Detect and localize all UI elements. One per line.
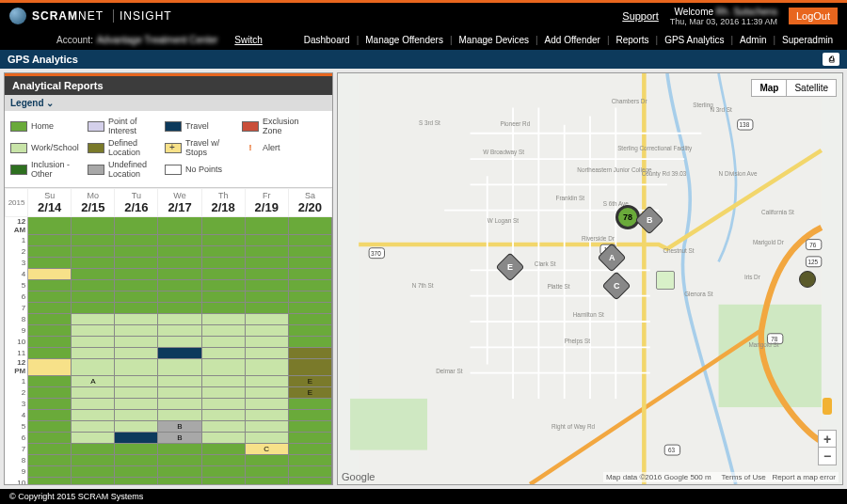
calendar-cell[interactable]	[115, 324, 158, 336]
nav-manage-devices[interactable]: Manage Devices	[455, 35, 534, 45]
nav-reports[interactable]: Reports	[612, 35, 654, 45]
calendar-cell[interactable]	[28, 279, 72, 291]
calendar-cell[interactable]	[28, 398, 72, 409]
calendar-cell[interactable]	[72, 291, 115, 302]
calendar-cell[interactable]	[72, 313, 115, 324]
calendar-cell[interactable]	[245, 279, 288, 291]
calendar-cell[interactable]	[28, 477, 72, 484]
calendar-cell[interactable]	[158, 454, 201, 465]
calendar-cell[interactable]	[72, 386, 115, 398]
calendar-cell[interactable]	[201, 420, 245, 432]
zoom-in-button[interactable]: +	[819, 431, 836, 448]
calendar-cell[interactable]	[28, 234, 72, 245]
calendar-cell[interactable]	[288, 358, 331, 375]
calendar-cell[interactable]	[201, 291, 245, 302]
calendar-cell[interactable]	[158, 279, 201, 291]
calendar-cell[interactable]	[158, 313, 201, 324]
calendar-cell[interactable]	[245, 465, 288, 477]
calendar-cell[interactable]	[72, 268, 115, 279]
calendar-cell[interactable]	[201, 398, 245, 409]
calendar-cell[interactable]: B	[158, 432, 201, 443]
calendar-cell[interactable]	[245, 336, 288, 347]
calendar-cell[interactable]	[115, 245, 158, 257]
calendar-cell[interactable]	[245, 291, 288, 302]
calendar-cell[interactable]	[158, 409, 201, 420]
calendar-cell[interactable]	[288, 234, 331, 245]
nav-superadmin[interactable]: Superadmin	[777, 35, 838, 45]
calendar-cell[interactable]	[115, 443, 158, 454]
calendar-cell[interactable]	[158, 336, 201, 347]
calendar-cell[interactable]	[245, 420, 288, 432]
calendar-cell[interactable]	[288, 257, 331, 268]
calendar-cell[interactable]	[115, 279, 158, 291]
calendar-cell[interactable]	[115, 409, 158, 420]
calendar-cell[interactable]	[72, 347, 115, 358]
calendar-cell[interactable]: C	[245, 443, 288, 454]
calendar-cell[interactable]	[158, 217, 201, 235]
calendar-cell[interactable]	[245, 302, 288, 313]
calendar-cell[interactable]	[201, 386, 245, 398]
calendar-cell[interactable]	[115, 313, 158, 324]
calendar-cell[interactable]	[245, 454, 288, 465]
calendar-cell[interactable]	[288, 291, 331, 302]
calendar-cell[interactable]	[115, 217, 158, 235]
calendar-cell[interactable]	[72, 477, 115, 484]
calendar-cell[interactable]	[245, 234, 288, 245]
nav-dashboard[interactable]: Dashboard	[299, 35, 355, 45]
calendar-cell[interactable]	[288, 398, 331, 409]
calendar-cell[interactable]	[288, 336, 331, 347]
calendar-cell[interactable]	[288, 347, 331, 358]
calendar-cell[interactable]	[245, 375, 288, 386]
calendar-cell[interactable]	[201, 409, 245, 420]
calendar-cell[interactable]	[245, 398, 288, 409]
calendar-cell[interactable]	[28, 324, 72, 336]
calendar-cell[interactable]	[201, 347, 245, 358]
legend-toggle[interactable]: Legend ⌄	[5, 95, 332, 111]
calendar-cell[interactable]	[288, 432, 331, 443]
calendar-cell[interactable]	[115, 454, 158, 465]
calendar-cell[interactable]	[245, 257, 288, 268]
print-icon[interactable]: ⎙	[823, 53, 839, 66]
calendar-cell[interactable]	[288, 268, 331, 279]
calendar-cell[interactable]	[72, 358, 115, 375]
calendar-cell[interactable]	[158, 477, 201, 484]
logo[interactable]: SCRAMNET INSIGHT	[9, 8, 172, 24]
calendar-cell[interactable]	[72, 420, 115, 432]
calendar-cell[interactable]	[201, 443, 245, 454]
calendar-cell[interactable]	[201, 234, 245, 245]
calendar-cell[interactable]	[201, 358, 245, 375]
calendar-cell[interactable]	[28, 347, 72, 358]
calendar-cell[interactable]	[28, 420, 72, 432]
terms-link[interactable]: Terms of Use	[722, 473, 766, 481]
calendar-cell[interactable]	[158, 257, 201, 268]
calendar-cell[interactable]	[201, 279, 245, 291]
calendar-cell[interactable]	[201, 217, 245, 235]
calendar-cell[interactable]	[72, 432, 115, 443]
map-marker[interactable]	[656, 271, 675, 290]
map-type-map[interactable]: Map	[752, 80, 787, 96]
calendar-cell[interactable]	[72, 454, 115, 465]
map-marker[interactable]	[799, 271, 816, 288]
calendar-cell[interactable]	[288, 465, 331, 477]
calendar-cell[interactable]	[201, 454, 245, 465]
calendar-cell[interactable]	[115, 420, 158, 432]
calendar-cell[interactable]	[288, 409, 331, 420]
calendar-cell[interactable]	[72, 409, 115, 420]
calendar-cell[interactable]	[115, 398, 158, 409]
calendar-cell[interactable]	[245, 324, 288, 336]
calendar-cell[interactable]	[28, 443, 72, 454]
calendar-cell[interactable]	[115, 347, 158, 358]
calendar-cell[interactable]	[28, 465, 72, 477]
calendar-cell[interactable]	[201, 465, 245, 477]
nav-admin[interactable]: Admin	[735, 35, 771, 45]
calendar-cell[interactable]	[201, 375, 245, 386]
calendar-cell[interactable]	[115, 386, 158, 398]
calendar-cell[interactable]	[28, 217, 72, 235]
calendar-cell[interactable]	[72, 279, 115, 291]
calendar-cell[interactable]	[72, 398, 115, 409]
calendar-cell[interactable]	[158, 347, 201, 358]
nav-add-offender[interactable]: Add Offender	[540, 35, 605, 45]
calendar-cell[interactable]	[28, 358, 72, 375]
calendar-cell[interactable]	[288, 313, 331, 324]
calendar-cell[interactable]: E	[288, 375, 331, 386]
